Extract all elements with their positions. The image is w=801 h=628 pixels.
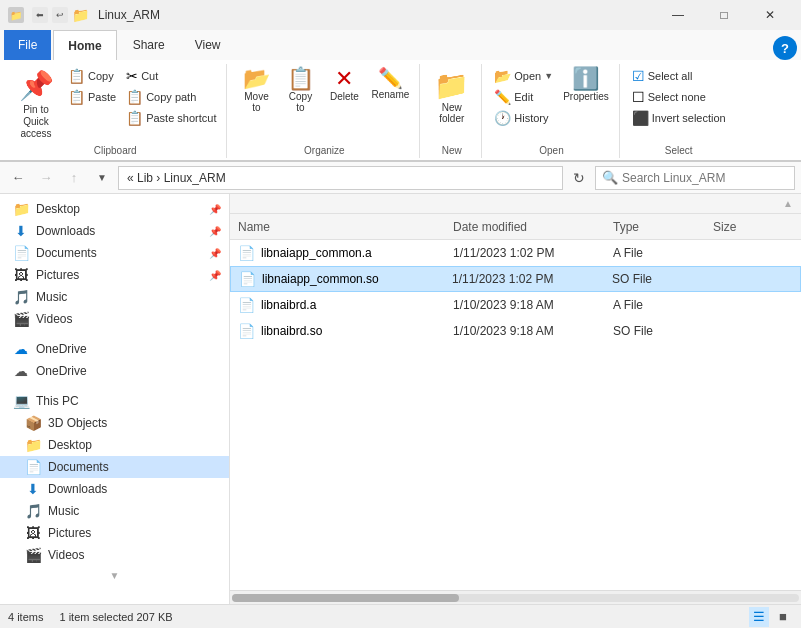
address-bar: ← → ↑ ▼ « Lib › Linux_ARM ↻ 🔍 — [0, 162, 801, 194]
hscroll-thumb[interactable] — [232, 594, 459, 602]
download-icon-2: ⬇ — [24, 481, 42, 497]
large-icons-view-button[interactable]: ■ — [773, 607, 793, 627]
sidebar-item-documents-pc[interactable]: 📄 Documents — [0, 456, 229, 478]
hscroll-track[interactable] — [232, 594, 799, 602]
sidebar-label: Documents — [36, 246, 203, 260]
ribbon: File Home Share View ? 📌 Pin to Quick ac… — [0, 30, 801, 162]
select-all-button[interactable]: ☑ Select all — [628, 66, 730, 86]
open-button[interactable]: 📂 Open ▼ — [490, 66, 557, 86]
open-label: Open — [514, 70, 541, 82]
pin-indicator: 📌 — [209, 270, 221, 281]
copy-path-button[interactable]: 📋 Copy path — [122, 87, 220, 107]
sidebar-item-pictures-pc[interactable]: 🖼 Pictures — [0, 522, 229, 544]
address-path[interactable]: « Lib › Linux_ARM — [118, 166, 563, 190]
videos-icon-2: 🎬 — [24, 547, 42, 563]
move-to-button[interactable]: 📂 Move to — [235, 66, 277, 115]
file-name: libnaiapp_common.so — [262, 272, 379, 286]
new-folder-button[interactable]: 📁 New folder — [429, 66, 474, 127]
table-row[interactable]: 📄 libnaiapp_common.a 1/11/2023 1:02 PM A… — [230, 240, 801, 266]
sidebar-item-desktop-pc[interactable]: 📁 Desktop — [0, 434, 229, 456]
sidebar-label: Videos — [48, 548, 221, 562]
pin-quickaccess-button[interactable]: 📌 Pin to Quick access — [10, 66, 62, 143]
window-title: Linux_ARM — [98, 8, 160, 22]
select-none-button[interactable]: ☐ Select none — [628, 87, 730, 107]
sidebar-item-music-qa[interactable]: 🎵 Music — [0, 286, 229, 308]
sidebar-item-onedrive-1[interactable]: ☁ OneDrive — [0, 338, 229, 360]
item-count: 4 items — [8, 611, 43, 623]
tab-file[interactable]: File — [4, 30, 51, 60]
file-date: 1/11/2023 1:02 PM — [452, 272, 612, 286]
close-button[interactable]: ✕ — [747, 0, 793, 30]
paste-label: Paste — [88, 91, 116, 103]
history-button[interactable]: 🕐 History — [490, 108, 557, 128]
sidebar-item-music-pc[interactable]: 🎵 Music — [0, 500, 229, 522]
properties-label: Properties — [563, 91, 609, 102]
col-type[interactable]: Type — [613, 220, 713, 234]
ribbon-group-open: 📂 Open ▼ ✏️ Edit 🕐 History ℹ️ Pro — [484, 64, 619, 158]
sidebar-item-thispc[interactable]: 💻 This PC — [0, 390, 229, 412]
recent-locations-button[interactable]: ▼ — [90, 166, 114, 190]
table-row[interactable]: 📄 libnaibrd.so 1/10/2023 9:18 AM SO File — [230, 318, 801, 344]
col-date[interactable]: Date modified — [453, 220, 613, 234]
quick-access-icon: ⬅ — [32, 7, 48, 23]
paste-button[interactable]: 📋 Paste — [64, 87, 120, 107]
search-box[interactable]: 🔍 — [595, 166, 795, 190]
copy-to-button[interactable]: 📋 Copy to — [279, 66, 321, 115]
tab-share[interactable]: Share — [119, 30, 179, 60]
up-button[interactable]: ↑ — [62, 166, 86, 190]
pictures-icon: 🖼 — [12, 267, 30, 283]
sidebar-label: Downloads — [48, 482, 221, 496]
file-date: 1/10/2023 9:18 AM — [453, 324, 613, 338]
properties-button[interactable]: ℹ️ Properties — [559, 66, 613, 104]
help-button[interactable]: ? — [773, 36, 797, 60]
move-label: Move to — [244, 91, 268, 113]
view-controls: ☰ ■ — [749, 607, 793, 627]
sidebar-item-onedrive-2[interactable]: ☁ OneDrive — [0, 360, 229, 382]
file-name: libnaibrd.so — [261, 324, 322, 338]
sidebar-label: This PC — [36, 394, 221, 408]
sidebar-item-videos-qa[interactable]: 🎬 Videos — [0, 308, 229, 330]
paste-shortcut-icon: 📋 — [126, 110, 143, 126]
copy-button[interactable]: 📋 Copy — [64, 66, 120, 86]
sidebar-item-desktop-qa[interactable]: 📁 Desktop 📌 — [0, 198, 229, 220]
table-row[interactable]: 📄 libnaiapp_common.so 1/11/2023 1:02 PM … — [230, 266, 801, 292]
cut-button[interactable]: ✂ Cut — [122, 66, 220, 86]
file-date: 1/11/2023 1:02 PM — [453, 246, 613, 260]
sidebar-item-downloads-qa[interactable]: ⬇ Downloads 📌 — [0, 220, 229, 242]
col-size[interactable]: Size — [713, 220, 793, 234]
edit-button[interactable]: ✏️ Edit — [490, 87, 557, 107]
move-icon: 📂 — [243, 68, 270, 90]
tab-home[interactable]: Home — [53, 30, 116, 60]
back-button[interactable]: ← — [6, 166, 30, 190]
copy-icon: 📋 — [68, 68, 85, 84]
cloud-icon-2: ☁ — [12, 363, 30, 379]
paste-shortcut-button[interactable]: 📋 Paste shortcut — [122, 108, 220, 128]
horizontal-scrollbar[interactable] — [230, 590, 801, 604]
minimize-button[interactable]: — — [655, 0, 701, 30]
invert-selection-button[interactable]: ⬛ Invert selection — [628, 108, 730, 128]
maximize-button[interactable]: □ — [701, 0, 747, 30]
col-name[interactable]: Name — [238, 220, 453, 234]
forward-button[interactable]: → — [34, 166, 58, 190]
cut-icon: ✂ — [126, 68, 138, 84]
sidebar-item-3dobjects[interactable]: 📦 3D Objects — [0, 412, 229, 434]
sidebar-item-pictures-qa[interactable]: 🖼 Pictures 📌 — [0, 264, 229, 286]
delete-button[interactable]: ✕ Delete — [323, 66, 365, 104]
sidebar-item-videos-pc[interactable]: 🎬 Videos — [0, 544, 229, 566]
file-type: SO File — [612, 272, 712, 286]
sidebar-item-documents-qa[interactable]: 📄 Documents 📌 — [0, 242, 229, 264]
file-icon: 📄 — [238, 245, 255, 261]
sidebar-label: Documents — [48, 460, 221, 474]
select-all-label: Select all — [648, 70, 693, 82]
ribbon-group-clipboard: 📌 Pin to Quick access 📋 Copy 📋 Paste — [4, 64, 227, 158]
search-input[interactable] — [622, 171, 788, 185]
refresh-button[interactable]: ↻ — [567, 166, 591, 190]
pc-icon: 💻 — [12, 393, 30, 409]
details-view-button[interactable]: ☰ — [749, 607, 769, 627]
sidebar-item-downloads-pc[interactable]: ⬇ Downloads — [0, 478, 229, 500]
tab-view[interactable]: View — [181, 30, 235, 60]
main-area: 📁 Desktop 📌 ⬇ Downloads 📌 📄 Documents 📌 … — [0, 194, 801, 604]
new-folder-icon: 📁 — [434, 69, 469, 102]
rename-button[interactable]: ✏️ Rename — [367, 66, 413, 102]
table-row[interactable]: 📄 libnaibrd.a 1/10/2023 9:18 AM A File — [230, 292, 801, 318]
